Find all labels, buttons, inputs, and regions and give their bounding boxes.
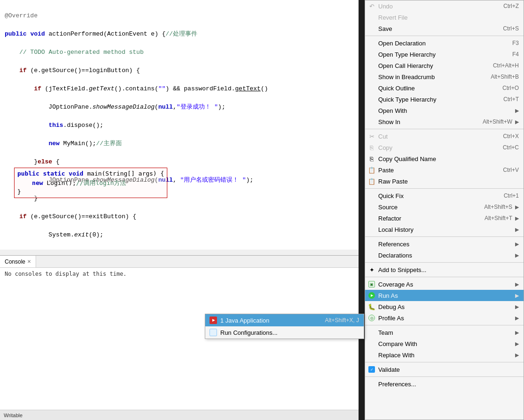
menu-item-debug-as[interactable]: 🐛 Debug As ▶ — [365, 301, 524, 312]
menu-item-undo[interactable]: ↶ Undo Ctrl+Z — [365, 0, 524, 12]
menu-item-validate[interactable]: ✓ Validate — [365, 364, 524, 375]
submenu-shortcut-java-application: Alt+Shift+X, J — [325, 317, 359, 324]
menu-item-cut[interactable]: ✂ Cut Ctrl+X — [365, 131, 524, 142]
highlighted-code-block: public static void main(String[] args) {… — [14, 168, 167, 198]
menu-item-paste[interactable]: 📋 Paste Ctrl+V — [365, 164, 524, 176]
menu-item-revert-file[interactable]: Revert File — [365, 12, 524, 23]
menu-label-validate: Validate — [378, 366, 519, 373]
menu-item-quick-fix[interactable]: Quick Fix Ctrl+1 — [365, 190, 524, 201]
menu-item-profile-as[interactable]: ◎ Profile As ▶ — [365, 312, 524, 324]
menu-label-refactor: Refactor — [378, 215, 475, 222]
separator-5 — [365, 262, 524, 263]
menu-item-team[interactable]: Team ▶ — [365, 327, 524, 338]
menu-item-replace-with[interactable]: Replace With ▶ — [365, 349, 524, 361]
menu-label-open-call-hierarchy: Open Call Hierarchy — [378, 62, 484, 69]
menu-item-open-declaration[interactable]: Open Declaration F3 — [365, 37, 524, 49]
menu-label-copy: Copy — [378, 144, 494, 151]
coverage-as-arrow: ▶ — [515, 281, 519, 287]
save-icon — [368, 25, 375, 32]
menu-shortcut-copy: Ctrl+C — [503, 144, 519, 151]
menu-item-references[interactable]: References ▶ — [365, 238, 524, 250]
replace-with-arrow: ▶ — [515, 352, 519, 358]
menu-shortcut-save: Ctrl+S — [503, 25, 519, 32]
menu-shortcut-quick-fix: Ctrl+1 — [504, 192, 519, 199]
menu-label-profile-as: Profile As — [378, 315, 512, 322]
menu-label-revert-file: Revert File — [378, 14, 519, 21]
separator-9 — [365, 376, 524, 377]
menu-label-undo: Undo — [378, 3, 494, 10]
menu-item-show-in[interactable]: Show In Alt+Shift+W ▶ — [365, 116, 524, 127]
menu-label-preferences: Preferences... — [378, 381, 519, 388]
menu-item-show-breadcrumb[interactable]: Show in Breadcrumb Alt+Shift+B — [365, 71, 524, 82]
show-in-arrow: ▶ — [515, 119, 519, 125]
separator-4 — [365, 236, 524, 237]
menu-label-add-snippets: Add to Snippets... — [378, 266, 519, 273]
menu-item-save[interactable]: Save Ctrl+S — [365, 23, 524, 34]
menu-item-open-call-hierarchy[interactable]: Open Call Hierarchy Ctrl+Alt+H — [365, 60, 524, 71]
raw-paste-icon: 📋 — [368, 177, 375, 185]
submenu-item-run-configurations[interactable]: Run Configurations... — [205, 326, 364, 339]
run-as-arrow: ▶ — [515, 293, 519, 299]
menu-label-show-breadcrumb: Show in Breadcrumb — [378, 74, 481, 81]
profile-icon: ◎ — [368, 314, 375, 322]
console-output: No consoles to display at this time. — [0, 268, 359, 280]
no-consoles-text: No consoles to display at this time. — [5, 271, 127, 277]
local-history-arrow: ▶ — [515, 227, 519, 233]
refactor-arrow: ▶ — [515, 215, 519, 221]
debug-as-arrow: ▶ — [515, 304, 519, 310]
menu-shortcut-show-in: Alt+Shift+W — [483, 118, 512, 125]
menu-shortcut-quick-type-hierarchy: Ctrl+T — [503, 96, 519, 103]
copy-icon: ⎘ — [368, 144, 375, 151]
source-arrow: ▶ — [515, 204, 519, 210]
menu-label-quick-outline: Quick Outline — [378, 85, 493, 92]
menu-label-declarations: Declarations — [378, 252, 512, 259]
menu-shortcut-cut: Ctrl+X — [503, 133, 519, 140]
horizontal-scrollbar[interactable] — [0, 250, 359, 255]
menu-item-preferences[interactable]: Preferences... — [365, 378, 524, 390]
run-as-icon — [368, 292, 375, 299]
separator-6 — [365, 277, 524, 277]
separator-2 — [365, 129, 524, 129]
menu-label-cut: Cut — [378, 133, 494, 140]
menu-label-replace-with: Replace With — [378, 352, 512, 359]
submenu-item-java-application[interactable]: ▶ 1 Java Application Alt+Shift+X, J — [205, 314, 364, 326]
menu-item-copy[interactable]: ⎘ Copy Ctrl+C — [365, 142, 524, 153]
menu-label-debug-as: Debug As — [378, 303, 512, 310]
console-tab-close[interactable]: ✕ — [27, 259, 31, 264]
run-config-icon — [209, 328, 217, 337]
team-arrow: ▶ — [515, 330, 519, 336]
console-tab[interactable]: Console ✕ — [0, 256, 36, 267]
menu-item-refactor[interactable]: Refactor Alt+Shift+T ▶ — [365, 213, 524, 224]
menu-item-open-type-hierarchy[interactable]: Open Type Hierarchy F4 — [365, 49, 524, 60]
menu-item-quick-type-hierarchy[interactable]: Quick Type Hierarchy Ctrl+T — [365, 94, 524, 105]
context-menu: ↶ Undo Ctrl+Z Revert File Save Ctrl+S Op… — [365, 0, 524, 420]
console-tab-bar: Console ✕ — [0, 256, 359, 268]
submenu-label-run-configurations: Run Configurations... — [220, 329, 359, 336]
menu-shortcut-undo: Ctrl+Z — [503, 3, 519, 9]
menu-label-open-type-hierarchy: Open Type Hierarchy — [378, 51, 503, 58]
menu-shortcut-open-type-hierarchy: F4 — [512, 51, 519, 58]
menu-item-raw-paste[interactable]: 📋 Raw Paste — [365, 176, 524, 187]
menu-label-copy-qualified: Copy Qualified Name — [378, 155, 519, 162]
menu-shortcut-open-declaration: F3 — [512, 40, 519, 46]
editor-area[interactable]: @Override public void actionPerformed(Ac… — [0, 0, 359, 255]
menu-item-declarations[interactable]: Declarations ▶ — [365, 250, 524, 261]
menu-item-coverage-as[interactable]: ▣ Coverage As ▶ — [365, 279, 524, 290]
menu-label-open-declaration: Open Declaration — [378, 40, 503, 47]
menu-item-compare-with[interactable]: Compare With ▶ — [365, 338, 524, 349]
menu-item-copy-qualified[interactable]: ⎘ Copy Qualified Name — [365, 153, 524, 164]
paste-icon: 📋 — [368, 166, 375, 174]
menu-item-run-as[interactable]: Run As ▶ — [365, 290, 524, 301]
menu-label-team: Team — [378, 329, 512, 336]
menu-item-quick-outline[interactable]: Quick Outline Ctrl+O — [365, 82, 524, 94]
menu-label-compare-with: Compare With — [378, 340, 512, 347]
validate-icon: ✓ — [368, 366, 375, 373]
menu-item-source[interactable]: Source Alt+Shift+S ▶ — [365, 201, 524, 213]
menu-item-open-with[interactable]: Open With ▶ — [365, 105, 524, 116]
menu-label-paste: Paste — [378, 167, 494, 174]
menu-item-add-snippets[interactable]: ✦ Add to Snippets... — [365, 264, 524, 275]
menu-item-local-history[interactable]: Local History ▶ — [365, 224, 524, 235]
menu-shortcut-open-call-hierarchy: Ctrl+Alt+H — [493, 62, 519, 69]
submenu-label-java-application: 1 Java Application — [220, 317, 317, 324]
open-with-arrow: ▶ — [515, 108, 519, 114]
